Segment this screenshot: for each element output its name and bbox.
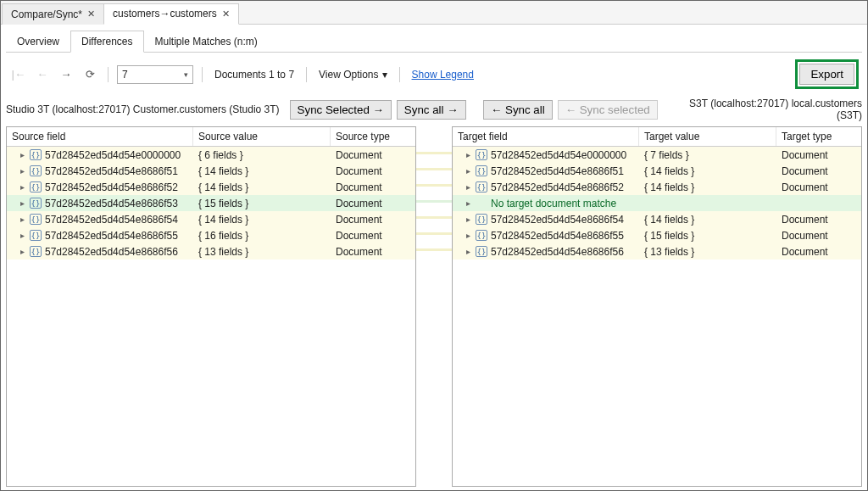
row-type: Document — [331, 246, 415, 258]
diff-connector — [416, 242, 452, 258]
col-source-type[interactable]: Source type — [331, 127, 415, 146]
row-type: Document — [776, 165, 861, 177]
document-icon: {} — [476, 181, 487, 192]
page-size-combo[interactable]: 7 ▾ — [117, 65, 193, 84]
row-id: 57d28452ed5d4d54e8686f52 — [45, 181, 178, 193]
expand-icon[interactable]: ▸ — [19, 247, 26, 256]
chevron-down-icon: ▾ — [184, 70, 188, 79]
main-tab-compare-sync[interactable]: Compare/Sync* ✕ — [2, 3, 104, 25]
table-row[interactable]: ▸{}57d28452ed5d4d54e8686f54{ 14 fields }… — [7, 211, 415, 227]
sync-selected-right-button[interactable]: Sync Selected → — [290, 100, 392, 120]
table-row[interactable]: ▸{}57d28452ed5d4d54e8686f53{ 15 fields }… — [7, 195, 415, 211]
document-icon: {} — [30, 198, 42, 209]
row-value: { 13 fields } — [639, 246, 776, 258]
expand-icon[interactable]: ▸ — [465, 166, 472, 176]
col-source-field[interactable]: Source field — [7, 127, 193, 146]
nav-next-icon[interactable]: → — [57, 66, 75, 83]
show-legend-link[interactable]: Show Legend — [409, 69, 477, 81]
row-id: 57d28452ed5d4d54e8686f53 — [45, 198, 178, 209]
sync-all-right-button[interactable]: Sync all → — [397, 100, 466, 120]
main-tab-customers[interactable]: customers→customers ✕ — [103, 3, 239, 25]
diff-connector — [416, 193, 452, 209]
tab-overview[interactable]: Overview — [6, 31, 70, 53]
row-id: 57d28452ed5d4d54e8686f55 — [45, 230, 178, 242]
nav-first-icon[interactable]: |← — [9, 66, 28, 83]
chevron-down-icon: ▾ — [382, 69, 387, 81]
expand-icon[interactable]: ▸ — [465, 198, 472, 208]
table-row[interactable]: ▸{}57d28452ed5d4d54e8686f52{ 14 fields }… — [7, 179, 415, 195]
expand-icon[interactable]: ▸ — [19, 215, 26, 224]
table-row[interactable]: ▸{}57d28452ed5d4d54e8686f55{ 15 fields }… — [453, 227, 861, 243]
row-id: 57d28452ed5d4d54e8686f52 — [491, 181, 624, 193]
separator — [202, 67, 203, 82]
document-icon: {} — [30, 246, 42, 257]
expand-icon[interactable]: ▸ — [465, 231, 472, 240]
expand-icon[interactable]: ▸ — [19, 231, 26, 240]
sync-bar: Studio 3T (localhost:27017) Customer.cus… — [6, 96, 862, 126]
col-source-value[interactable]: Source value — [193, 127, 331, 146]
nav-prev-icon[interactable]: ← — [33, 66, 52, 83]
table-row[interactable]: ▸{}57d28452ed5d4d54e0000000{ 6 fields }D… — [7, 147, 415, 163]
sub-tab-bar: Overview Differences Multiple Matches (n… — [6, 25, 862, 53]
expand-icon[interactable]: ▸ — [19, 198, 26, 208]
document-icon: {} — [476, 246, 487, 257]
separator — [399, 67, 400, 82]
row-id: 57d28452ed5d4d54e0000000 — [491, 149, 626, 161]
row-id: 57d28452ed5d4d54e8686f56 — [491, 246, 624, 258]
toolbar: |← ← → ⟳ 7 ▾ Documents 1 to 7 View Optio… — [6, 53, 862, 96]
export-button[interactable]: Export — [799, 64, 854, 85]
source-rows: ▸{}57d28452ed5d4d54e0000000{ 6 fields }D… — [7, 147, 415, 486]
row-type: Document — [331, 181, 415, 193]
expand-icon[interactable]: ▸ — [19, 166, 26, 176]
document-icon: {} — [476, 165, 487, 176]
table-row[interactable]: ▸{}57d28452ed5d4d54e0000000{ 7 fields }D… — [453, 147, 861, 163]
row-type: Document — [331, 198, 415, 209]
row-type: Document — [776, 181, 861, 193]
row-type: Document — [331, 230, 415, 242]
target-rows: ▸{}57d28452ed5d4d54e0000000{ 7 fields }D… — [453, 147, 861, 486]
table-row[interactable]: ▸{}57d28452ed5d4d54e8686f52{ 14 fields }… — [453, 179, 861, 195]
document-icon: {} — [30, 214, 42, 225]
table-row[interactable]: ▸{}57d28452ed5d4d54e8686f55{ 16 fields }… — [7, 227, 415, 243]
expand-icon[interactable]: ▸ — [19, 182, 26, 192]
diff-panels: Source field Source value Source type ▸{… — [6, 126, 862, 487]
tab-label: customers→customers — [113, 8, 217, 20]
table-row[interactable]: ▸{}57d28452ed5d4d54e8686f54{ 14 fields }… — [453, 211, 861, 227]
row-type: Document — [331, 214, 415, 226]
table-row[interactable]: ▸{}57d28452ed5d4d54e8686f56{ 13 fields }… — [7, 243, 415, 259]
col-target-value[interactable]: Target value — [639, 127, 776, 146]
row-value: { 15 fields } — [193, 198, 331, 209]
close-icon[interactable]: ✕ — [222, 8, 230, 20]
col-target-field[interactable]: Target field — [453, 127, 639, 146]
target-connection-label: S3T (localhost:27017) local.customers (S… — [663, 98, 862, 121]
col-target-type[interactable]: Target type — [776, 127, 861, 146]
expand-icon[interactable]: ▸ — [465, 215, 472, 224]
source-connection-label: Studio 3T (localhost:27017) Customer.cus… — [6, 103, 280, 115]
view-options-dropdown[interactable]: View Options ▾ — [315, 69, 390, 81]
diff-connector — [416, 226, 452, 242]
diff-gap — [416, 126, 452, 487]
sync-selected-left-button: ← Sync selected — [558, 100, 658, 120]
row-id: 57d28452ed5d4d54e8686f55 — [491, 230, 624, 242]
expand-icon[interactable]: ▸ — [19, 150, 26, 159]
row-id: 57d28452ed5d4d54e0000000 — [45, 149, 181, 161]
tab-differences[interactable]: Differences — [70, 31, 143, 53]
row-id: 57d28452ed5d4d54e8686f56 — [45, 246, 178, 258]
table-row[interactable]: ▸{}57d28452ed5d4d54e8686f51{ 14 fields }… — [453, 163, 861, 179]
combo-value: 7 — [122, 69, 128, 81]
table-row[interactable]: ▸No target document matche — [453, 195, 861, 211]
tab-multiple-matches[interactable]: Multiple Matches (n:m) — [144, 31, 269, 53]
separator — [306, 67, 307, 82]
table-row[interactable]: ▸{}57d28452ed5d4d54e8686f56{ 13 fields }… — [453, 243, 861, 259]
refresh-icon[interactable]: ⟳ — [81, 66, 99, 83]
expand-icon[interactable]: ▸ — [465, 150, 472, 159]
sync-all-left-button[interactable]: ← Sync all — [483, 100, 553, 120]
row-value: { 15 fields } — [639, 230, 776, 242]
separator — [108, 67, 108, 82]
table-row[interactable]: ▸{}57d28452ed5d4d54e8686f51{ 14 fields }… — [7, 163, 415, 179]
close-icon[interactable]: ✕ — [87, 8, 95, 20]
expand-icon[interactable]: ▸ — [465, 247, 472, 256]
no-match-label: No target document matche — [491, 198, 616, 209]
expand-icon[interactable]: ▸ — [465, 182, 472, 192]
row-type: Document — [776, 230, 861, 242]
